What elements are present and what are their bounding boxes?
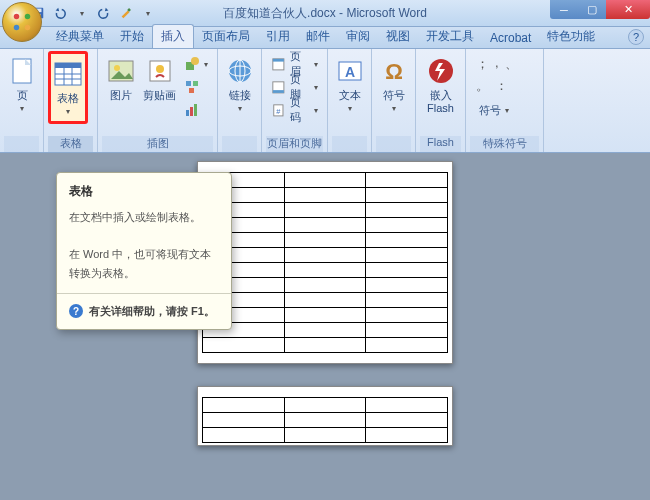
help-icon[interactable]: ?	[628, 29, 644, 45]
shapes-icon	[184, 56, 200, 72]
tab-features[interactable]: 特色功能	[539, 25, 603, 48]
svg-rect-25	[190, 107, 193, 116]
flash-label: 嵌入 Flash	[427, 89, 454, 115]
table-button[interactable]: 表格▾	[48, 51, 88, 124]
sym-colon[interactable]: ：	[495, 77, 508, 95]
symbol-button[interactable]: Ω 符号▾	[376, 51, 412, 118]
clipart-button[interactable]: 剪贴画	[141, 51, 180, 106]
picture-label: 图片	[110, 89, 132, 102]
svg-rect-22	[193, 81, 198, 86]
smartart-button[interactable]	[181, 76, 211, 98]
svg-text:Ω: Ω	[385, 59, 403, 84]
svg-point-0	[14, 14, 20, 20]
ribbon-tabs: 经典菜单 开始 插入 页面布局 引用 邮件 审阅 视图 开发工具 Acrobat…	[0, 27, 650, 49]
window-minimize[interactable]: ─	[550, 0, 578, 19]
footer-icon	[271, 79, 286, 95]
link-icon	[224, 55, 256, 87]
group-illus-label: 插图	[102, 136, 213, 152]
tooltip-line2: 在 Word 中，也可将现有文本转换为表格。	[69, 245, 219, 282]
table-label: 表格	[57, 92, 79, 105]
group-text-label	[332, 136, 367, 152]
tab-acrobat[interactable]: Acrobat	[482, 28, 539, 48]
office-button[interactable]	[2, 2, 42, 42]
sym-period[interactable]: 。	[476, 77, 489, 95]
tab-view[interactable]: 视图	[378, 25, 418, 48]
tab-insert[interactable]: 插入	[152, 24, 194, 48]
svg-point-1	[25, 14, 31, 20]
group-table-label: 表格	[48, 136, 93, 152]
clipart-icon	[144, 55, 176, 87]
svg-rect-10	[55, 63, 81, 68]
table-tooltip: 表格 在文档中插入或绘制表格。 在 Word 中，也可将现有文本转换为表格。 ?…	[56, 172, 232, 330]
flash-button[interactable]: 嵌入 Flash	[420, 51, 461, 119]
group-symbol-label	[376, 136, 411, 152]
qat-undo-dropdown[interactable]: ▾	[72, 3, 92, 23]
pagenum-button[interactable]: #页码▾	[268, 99, 321, 121]
svg-point-3	[25, 25, 31, 31]
svg-point-18	[156, 65, 164, 73]
svg-point-16	[114, 65, 120, 71]
table-icon	[52, 58, 84, 90]
flash-icon	[425, 55, 457, 87]
page-2[interactable]	[197, 386, 453, 446]
omega-icon: Ω	[378, 55, 410, 87]
chart-button[interactable]	[181, 99, 211, 121]
group-special-label: 特殊符号	[470, 136, 539, 152]
qat-redo-icon[interactable]	[94, 3, 114, 23]
group-flash-label: Flash	[420, 136, 461, 152]
link-label: 链接	[229, 89, 251, 102]
sym-listdot[interactable]: 、	[505, 55, 518, 73]
pages-button[interactable]: 页▾	[4, 51, 40, 118]
tab-references[interactable]: 引用	[258, 25, 298, 48]
picture-button[interactable]: 图片	[102, 51, 141, 106]
tab-layout[interactable]: 页面布局	[194, 25, 258, 48]
group-hf-label: 页眉和页脚	[266, 136, 323, 152]
svg-text:A: A	[345, 64, 355, 80]
help-badge-icon: ?	[69, 304, 83, 318]
group-pages-label	[4, 136, 39, 152]
sym-semicolon[interactable]: ；	[476, 55, 489, 73]
textbox-label: 文本	[339, 89, 361, 102]
qat-undo-icon[interactable]	[50, 3, 70, 23]
page-1[interactable]	[197, 161, 453, 364]
shapes-button[interactable]: ▾	[181, 53, 211, 75]
tooltip-help: 有关详细帮助，请按 F1。	[89, 304, 215, 319]
svg-rect-21	[186, 81, 191, 86]
window-title: 百度知道合伙人.docx - Microsoft Word	[223, 5, 427, 22]
sym-comma[interactable]: ,	[495, 55, 499, 73]
qat-more-dropdown[interactable]: ▾	[138, 3, 158, 23]
textbox-button[interactable]: A 文本▾	[332, 51, 368, 118]
group-link-label	[222, 136, 257, 152]
pagenum-icon: #	[271, 102, 286, 118]
pages-label: 页	[17, 89, 28, 102]
tab-developer[interactable]: 开发工具	[418, 25, 482, 48]
smartart-icon	[184, 79, 200, 95]
more-symbols[interactable]: 符号▾	[476, 99, 512, 121]
svg-rect-34	[273, 90, 284, 93]
svg-point-20	[191, 57, 199, 65]
header-icon	[271, 56, 286, 72]
page-icon	[6, 55, 38, 87]
tab-review[interactable]: 审阅	[338, 25, 378, 48]
tooltip-title: 表格	[69, 183, 219, 200]
textbox-icon: A	[334, 55, 366, 87]
symbol-label: 符号	[383, 89, 405, 102]
window-close[interactable]: ✕	[606, 0, 650, 19]
svg-rect-26	[194, 104, 197, 116]
picture-icon	[105, 55, 137, 87]
qat-brush-icon[interactable]	[116, 3, 136, 23]
svg-point-2	[14, 25, 20, 31]
tab-mailings[interactable]: 邮件	[298, 25, 338, 48]
tab-home[interactable]: 开始	[112, 25, 152, 48]
svg-rect-23	[189, 88, 194, 93]
chart-icon	[184, 102, 200, 118]
svg-rect-32	[273, 58, 284, 61]
tooltip-line1: 在文档中插入或绘制表格。	[69, 208, 219, 227]
link-button[interactable]: 链接▾	[222, 51, 258, 118]
svg-rect-24	[186, 110, 189, 116]
window-maximize[interactable]: ▢	[578, 0, 606, 19]
tab-classic[interactable]: 经典菜单	[48, 25, 112, 48]
clipart-label: 剪贴画	[143, 89, 176, 102]
